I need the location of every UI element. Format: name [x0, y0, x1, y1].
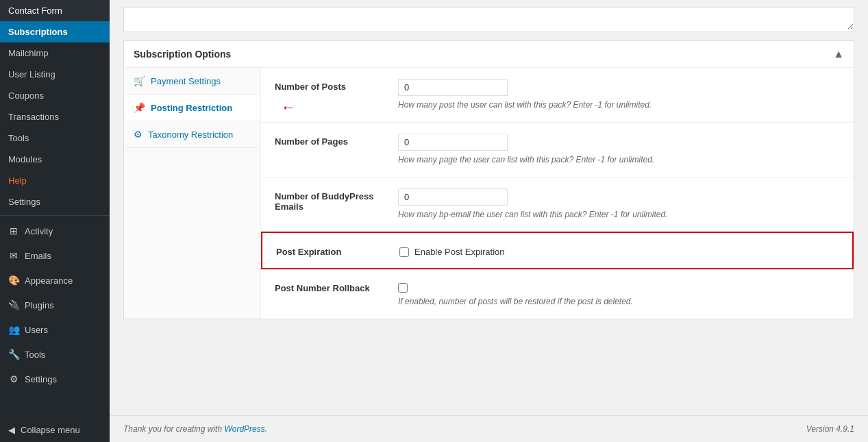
sidebar-item-appearance[interactable]: 🎨 Appearance [0, 268, 110, 293]
top-textarea-panel [123, 7, 854, 32]
subscription-options-title: Subscription Options [134, 49, 231, 60]
sidebar: Contact Form Subscriptions Mailchimp Use… [0, 0, 110, 442]
buddypress-emails-input[interactable] [398, 188, 508, 206]
emails-icon: ✉ [8, 250, 19, 261]
sidebar-item-tools[interactable]: 🔧 Tools [0, 342, 110, 367]
number-of-posts-input[interactable] [398, 79, 508, 96]
sidebar-item-transactions[interactable]: Transactions [0, 106, 110, 127]
number-of-posts-help: How many post the user can list with thi… [398, 99, 840, 111]
main-content: Subscription Options ▲ 🛒 Payment Setting… [110, 0, 868, 442]
form-row-post-number-rollback: Post Number Rollback If enabled, number … [261, 269, 854, 319]
sidebar-item-tools-top[interactable]: Tools [0, 127, 110, 149]
sidebar-item-mailchimp[interactable]: Mailchimp [0, 42, 110, 64]
sidebar-item-help[interactable]: Help [0, 170, 110, 191]
subnav-payment-settings[interactable]: 🛒 Payment Settings [124, 68, 260, 95]
buddypress-emails-label: Number of BuddyPress Emails [275, 188, 398, 212]
posting-restriction-icon: 📌 [134, 102, 145, 113]
number-of-pages-label: Number of Pages [275, 134, 398, 147]
taxonomy-restriction-icon: ⚙ [134, 129, 142, 140]
subnav-posting-restriction[interactable]: 📌 Posting Restriction ← [124, 95, 260, 121]
form-row-post-expiration: Post Expiration Enable Post Expiration [261, 232, 854, 269]
sidebar-item-plugins[interactable]: 🔌 Plugins [0, 293, 110, 317]
sidebar-item-modules[interactable]: Modules [0, 149, 110, 170]
subscription-options-panel: Subscription Options ▲ 🛒 Payment Setting… [123, 40, 854, 319]
subscription-options-body: 🛒 Payment Settings 📌 Posting Restriction… [124, 68, 854, 319]
settings-icon: ⚙ [8, 373, 19, 384]
enable-post-expiration-checkbox[interactable] [399, 247, 409, 257]
payment-settings-icon: 🛒 [134, 75, 145, 86]
sidebar-item-settings-top[interactable]: Settings [0, 191, 110, 212]
sidebar-item-coupons[interactable]: Coupons [0, 85, 110, 106]
buddypress-emails-help: How many bp-email the user can list with… [398, 209, 840, 221]
plugins-icon: 🔌 [8, 299, 19, 310]
sidebar-item-subscriptions[interactable]: Subscriptions [0, 21, 110, 42]
sidebar-item-contact-form[interactable]: Contact Form [0, 0, 110, 21]
post-expiration-label: Post Expiration [276, 244, 399, 257]
version-label: Version 4.9.1 [806, 424, 854, 434]
sidebar-item-settings[interactable]: ⚙ Settings [0, 367, 110, 391]
post-number-rollback-label: Post Number Rollback [275, 280, 398, 293]
post-number-rollback-help: If enabled, number of posts will be rest… [398, 296, 840, 308]
form-row-number-of-pages: Number of Pages How many page the user c… [261, 123, 854, 177]
toggle-icon[interactable]: ▲ [833, 48, 844, 60]
number-of-pages-input[interactable] [398, 134, 508, 151]
buddypress-emails-field: How many bp-email the user can list with… [398, 188, 840, 221]
activity-icon: ⊞ [8, 225, 19, 236]
sub-nav: 🛒 Payment Settings 📌 Posting Restriction… [124, 68, 261, 319]
sidebar-item-emails[interactable]: ✉ Emails [0, 243, 110, 268]
number-of-posts-label: Number of Posts [275, 79, 398, 92]
footer: Thank you for creating with WordPress. V… [110, 415, 868, 442]
collapse-menu-button[interactable]: ◀ Collapse menu [0, 418, 110, 442]
enable-post-expiration-checkbox-label[interactable]: Enable Post Expiration [399, 244, 839, 257]
wordpress-link[interactable]: WordPress [224, 424, 264, 434]
number-of-pages-field: How many page the user can list with thi… [398, 134, 840, 166]
sidebar-item-users[interactable]: 👥 Users [0, 317, 110, 342]
subnav-taxonomy-restriction[interactable]: ⚙ Taxonomy Restriction [124, 121, 260, 148]
post-number-rollback-checkbox[interactable] [398, 283, 408, 293]
form-row-number-of-posts: Number of Posts How many post the user c… [261, 68, 854, 123]
post-number-rollback-field: If enabled, number of posts will be rest… [398, 280, 840, 308]
sidebar-item-activity[interactable]: ⊞ Activity [0, 219, 110, 243]
sidebar-item-user-listing[interactable]: User Listing [0, 64, 110, 85]
appearance-icon: 🎨 [8, 275, 19, 286]
sub-content: Number of Posts How many post the user c… [261, 68, 854, 319]
post-expiration-field: Enable Post Expiration [399, 244, 839, 257]
number-of-pages-help: How many page the user can list with thi… [398, 154, 840, 166]
top-textarea[interactable] [124, 8, 854, 29]
number-of-posts-field: How many post the user can list with thi… [398, 79, 840, 111]
footer-text: Thank you for creating with WordPress. [123, 424, 267, 434]
subscription-options-header: Subscription Options ▲ [124, 41, 854, 68]
form-row-buddypress-emails: Number of BuddyPress Emails How many bp-… [261, 177, 854, 232]
post-number-rollback-checkbox-label[interactable] [398, 280, 840, 293]
collapse-icon: ◀ [8, 425, 15, 435]
users-icon: 👥 [8, 324, 19, 335]
tools-icon: 🔧 [8, 349, 19, 360]
